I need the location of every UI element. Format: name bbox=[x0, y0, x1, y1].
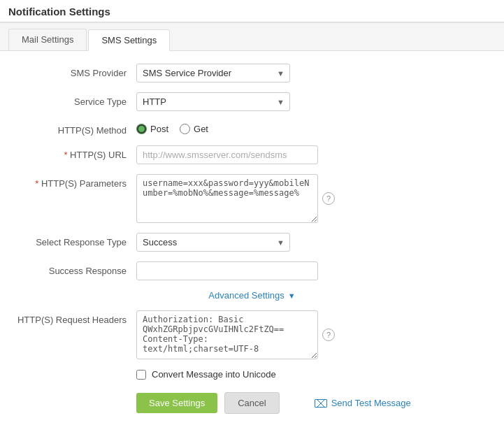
save-button[interactable]: Save Settings bbox=[136, 393, 217, 413]
service-type-wrap: HTTP HTTPS ▼ bbox=[136, 92, 490, 111]
http-url-label: HTTP(S) URL bbox=[14, 145, 136, 160]
tab-mail[interactable]: Mail Settings bbox=[8, 29, 87, 50]
success-response-wrap bbox=[136, 261, 490, 280]
http-params-label: HTTP(S) Parameters bbox=[14, 174, 136, 189]
sms-settings-content: SMS Provider SMS Service Provider ▼ Serv… bbox=[0, 51, 504, 426]
http-headers-wrap: Authorization: Basic QWxhZGRpbjpvcGVuIHN… bbox=[136, 310, 490, 359]
sms-provider-row: SMS Provider SMS Service Provider ▼ bbox=[14, 64, 490, 82]
convert-unicode-label: Convert Message into Unicode bbox=[152, 369, 276, 380]
radio-get-input[interactable] bbox=[180, 124, 190, 134]
advanced-settings-arrow-icon: ▼ bbox=[288, 292, 296, 300]
http-url-wrap bbox=[136, 145, 490, 164]
success-response-input[interactable] bbox=[136, 261, 318, 280]
radio-get[interactable]: Get bbox=[180, 124, 208, 134]
radio-get-label: Get bbox=[194, 124, 208, 134]
advanced-settings-row: Advanced Settings ▼ bbox=[14, 290, 490, 301]
response-type-label: Select Response Type bbox=[14, 233, 136, 247]
radio-post[interactable]: Post bbox=[136, 124, 168, 134]
sms-provider-select-wrap: SMS Service Provider ▼ bbox=[136, 64, 290, 82]
response-type-wrap: Success Failure ▼ bbox=[136, 233, 490, 252]
http-headers-help-icon[interactable]: ? bbox=[322, 329, 335, 341]
http-params-wrap: username=xxx&password=yyy&mobileNumber=%… bbox=[136, 174, 490, 223]
http-method-radio-group: Post Get bbox=[136, 121, 208, 134]
http-headers-textarea[interactable]: Authorization: Basic QWxhZGRpbjpvcGVuIHN… bbox=[136, 310, 318, 359]
http-url-input[interactable] bbox=[136, 145, 318, 164]
service-type-label: Service Type bbox=[14, 92, 136, 107]
tabs-container: Mail Settings SMS Settings bbox=[0, 23, 504, 51]
sms-provider-wrap: SMS Service Provider ▼ bbox=[136, 64, 490, 82]
sms-provider-select[interactable]: SMS Service Provider bbox=[136, 64, 290, 82]
response-type-select[interactable]: Success Failure bbox=[136, 233, 290, 252]
email-icon bbox=[315, 399, 327, 408]
service-type-select-wrap: HTTP HTTPS ▼ bbox=[136, 92, 290, 111]
advanced-settings-link[interactable]: Advanced Settings ▼ bbox=[208, 290, 295, 301]
success-response-label: Success Response bbox=[14, 261, 136, 276]
http-method-label: HTTP(S) Method bbox=[14, 121, 136, 136]
http-url-row: HTTP(S) URL bbox=[14, 145, 490, 164]
http-headers-label: HTTP(S) Request Headers bbox=[14, 310, 136, 325]
tab-sms[interactable]: SMS Settings bbox=[88, 29, 170, 51]
service-type-row: Service Type HTTP HTTPS ▼ bbox=[14, 92, 490, 111]
http-method-wrap: Post Get bbox=[136, 121, 490, 134]
advanced-settings-label: Advanced Settings bbox=[208, 290, 284, 301]
sms-provider-label: SMS Provider bbox=[14, 64, 136, 78]
http-headers-row: HTTP(S) Request Headers Authorization: B… bbox=[14, 310, 490, 359]
footer-actions: Save Settings Cancel Send Test Message bbox=[14, 392, 490, 414]
success-response-row: Success Response bbox=[14, 261, 490, 280]
http-params-textarea[interactable]: username=xxx&password=yyy&mobileNumber=%… bbox=[136, 174, 318, 223]
send-test-link[interactable]: Send Test Message bbox=[315, 398, 411, 408]
response-type-select-wrap: Success Failure ▼ bbox=[136, 233, 290, 252]
service-type-select[interactable]: HTTP HTTPS bbox=[136, 92, 290, 111]
http-params-help-icon[interactable]: ? bbox=[322, 192, 335, 205]
http-params-row: HTTP(S) Parameters username=xxx&password… bbox=[14, 174, 490, 223]
send-test-label: Send Test Message bbox=[331, 398, 411, 408]
cancel-button[interactable]: Cancel bbox=[224, 392, 279, 414]
convert-unicode-row: Convert Message into Unicode bbox=[14, 369, 490, 380]
radio-post-input[interactable] bbox=[136, 124, 147, 134]
response-type-row: Select Response Type Success Failure ▼ bbox=[14, 233, 490, 252]
radio-post-label: Post bbox=[150, 124, 168, 134]
convert-unicode-checkbox[interactable] bbox=[136, 370, 146, 380]
http-method-row: HTTP(S) Method Post Get bbox=[14, 121, 490, 136]
page-title: Notification Settings bbox=[0, 0, 504, 22]
